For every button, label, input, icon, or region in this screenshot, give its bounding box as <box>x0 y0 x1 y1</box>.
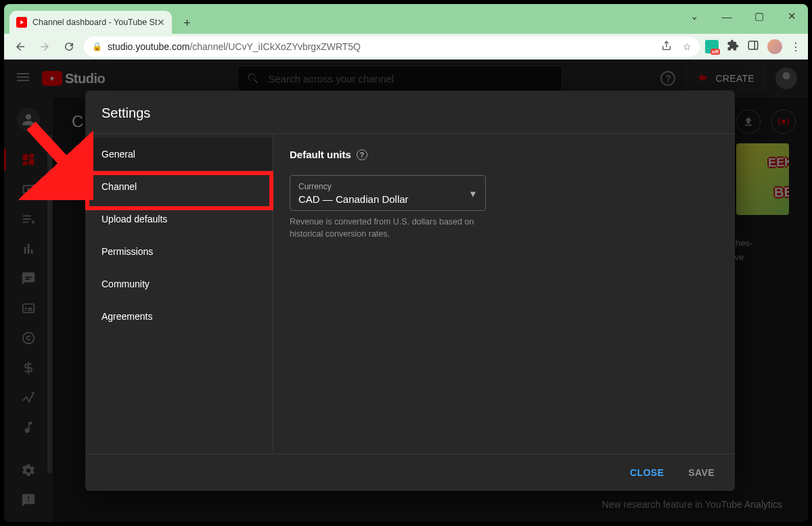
currency-help-text: Revenue is converted from U.S. dollars b… <box>290 216 493 240</box>
rail-settings[interactable] <box>9 457 47 484</box>
help-tooltip-icon[interactable]: ? <box>357 149 367 160</box>
currency-label: Currency <box>298 182 332 191</box>
svg-point-3 <box>22 333 34 344</box>
svg-point-4 <box>32 392 34 394</box>
settings-nav-permissions[interactable]: Permissions <box>85 235 273 268</box>
star-icon[interactable]: ☆ <box>683 41 692 52</box>
left-rail <box>4 97 53 522</box>
create-button[interactable]: CREATE <box>686 67 765 91</box>
dialog-footer: CLOSE SAVE <box>85 454 735 491</box>
rail-feedback[interactable] <box>9 487 47 514</box>
settings-nav-channel[interactable]: Channel <box>85 170 273 203</box>
kebab-menu-icon[interactable]: ⋮ <box>790 41 801 53</box>
rail-customization[interactable] <box>9 384 47 411</box>
browser-window: Channel dashboard - YouTube St ✕ + ⌄ — ▢… <box>4 4 808 522</box>
maximize-icon[interactable]: ▢ <box>751 10 767 22</box>
thumb-text-2: BE <box>774 185 789 201</box>
tab-close-icon[interactable]: ✕ <box>157 17 165 28</box>
rail-monetization[interactable] <box>9 354 47 381</box>
forward-button[interactable] <box>35 37 54 56</box>
panel-icon[interactable] <box>747 39 759 54</box>
share-icon[interactable] <box>661 41 672 53</box>
minimize-icon[interactable]: — <box>719 11 735 22</box>
new-tab-button[interactable]: + <box>177 14 196 32</box>
close-window-icon[interactable]: ✕ <box>784 10 800 22</box>
create-label: CREATE <box>715 73 754 84</box>
dropdown-arrow-icon: ▾ <box>470 187 476 199</box>
rail-subtitles[interactable] <box>9 295 47 322</box>
channel-avatar[interactable] <box>17 108 40 131</box>
rail-audio[interactable] <box>9 414 47 441</box>
studio-logo[interactable]: Studio <box>42 71 105 87</box>
logo-text: Studio <box>65 71 105 87</box>
youtube-icon <box>42 71 62 86</box>
rail-analytics[interactable] <box>9 235 47 262</box>
titlebar: Channel dashboard - YouTube St ✕ + ⌄ — ▢… <box>4 4 808 34</box>
go-live-chip[interactable] <box>771 110 796 134</box>
extensions-icon[interactable] <box>727 39 739 54</box>
rail-comments[interactable] <box>9 265 47 292</box>
extension-icons: off ⋮ <box>705 39 801 54</box>
youtube-favicon <box>16 17 27 28</box>
rail-scrollbar[interactable] <box>47 135 52 473</box>
section-default-units: Default units ? <box>290 149 719 160</box>
thumb-text-1: EEK <box>768 155 789 170</box>
create-video-icon <box>696 73 710 85</box>
svg-point-5 <box>782 120 786 124</box>
settings-nav-general[interactable]: General <box>85 138 273 170</box>
reload-button[interactable] <box>60 37 78 56</box>
tab-title: Channel dashboard - YouTube St <box>32 18 157 27</box>
extension-off-badge[interactable]: off <box>705 40 719 53</box>
dropdown-icon[interactable]: ⌄ <box>686 10 702 22</box>
settings-dialog: Settings General Channel Upload defaults… <box>85 91 735 491</box>
rail-playlists[interactable] <box>9 206 47 233</box>
browser-toolbar: 🔒 studio.youtube.com/channel/UCvY_iICkXo… <box>4 34 808 59</box>
hamburger-icon[interactable] <box>15 69 31 88</box>
browser-tab[interactable]: Channel dashboard - YouTube St ✕ <box>9 11 172 34</box>
account-avatar[interactable] <box>775 68 797 89</box>
search-placeholder: Search across your channel <box>268 73 394 85</box>
upload-chip[interactable] <box>736 110 761 134</box>
search-icon <box>246 72 260 85</box>
close-button[interactable]: CLOSE <box>626 467 668 479</box>
currency-select[interactable]: Currency CAD — Canadian Dollar ▾ <box>290 175 486 211</box>
settings-nav-upload[interactable]: Upload defaults <box>85 203 273 235</box>
settings-nav-agreements[interactable]: Agreements <box>85 300 273 333</box>
lock-icon: 🔒 <box>92 42 102 51</box>
rail-copyright[interactable] <box>9 325 47 352</box>
help-icon[interactable]: ? <box>660 71 675 86</box>
rail-content[interactable] <box>9 176 47 203</box>
window-controls: ⌄ — ▢ ✕ <box>686 4 808 28</box>
back-button[interactable] <box>11 37 30 56</box>
settings-content: Default units ? Currency CAD — Canadian … <box>273 134 735 454</box>
svg-rect-0 <box>748 41 758 49</box>
dialog-title: Settings <box>85 91 735 133</box>
search-input[interactable]: Search across your channel <box>238 66 562 91</box>
settings-nav: General Channel Upload defaults Permissi… <box>85 134 273 454</box>
news-footer: New research feature in YouTube Analytic… <box>602 499 782 510</box>
settings-nav-community[interactable]: Community <box>85 268 273 300</box>
address-bar[interactable]: 🔒 studio.youtube.com/channel/UCvY_iICkXo… <box>84 37 700 57</box>
profile-avatar-icon[interactable] <box>767 39 782 54</box>
save-button[interactable]: SAVE <box>684 467 719 479</box>
news-thumbnail: EEK BE <box>736 143 789 215</box>
url-text: studio.youtube.com/channel/UCvY_iICkXoZY… <box>108 41 361 52</box>
rail-dashboard[interactable] <box>9 146 47 173</box>
currency-value: CAD — Canadian Dollar <box>298 193 477 205</box>
